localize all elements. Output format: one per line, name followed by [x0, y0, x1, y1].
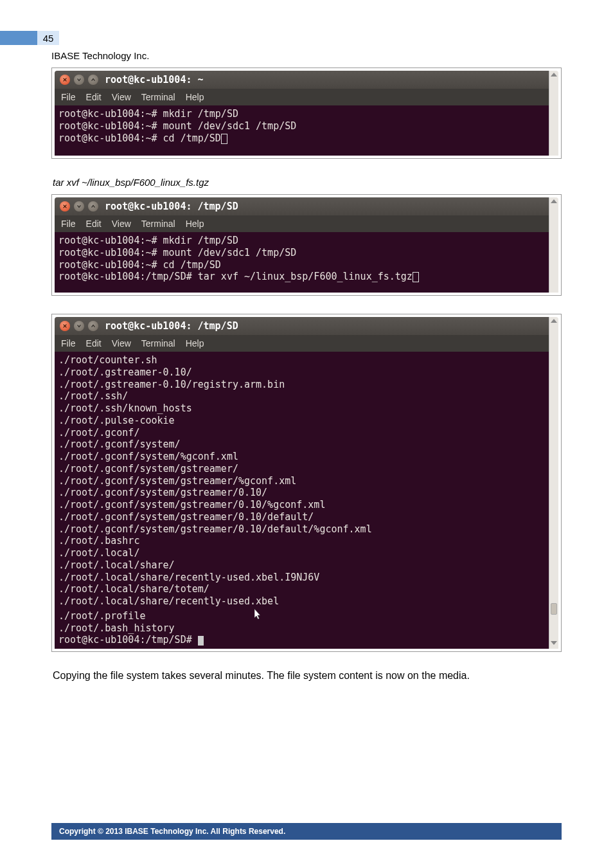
terminal-scrollbar[interactable] [549, 71, 558, 156]
page-number: 45 [37, 31, 59, 45]
terminal-cursor [198, 636, 204, 646]
terminal-title: root@kc-ub1004: ~ [105, 74, 204, 86]
menu-edit[interactable]: Edit [86, 92, 102, 102]
terminal-titlebar[interactable]: root@kc-ub1004: /tmp/SD [55, 197, 549, 215]
terminal-cursor [413, 272, 419, 282]
mouse-cursor-icon [254, 609, 262, 624]
page-number-indicator: 45 [0, 31, 59, 45]
menu-file[interactable]: File [61, 92, 76, 102]
command-caption: tar xvf ~/linux_bsp/F600_linux_fs.tgz [53, 177, 562, 188]
scroll-up-icon[interactable] [551, 319, 557, 323]
close-icon[interactable] [60, 75, 70, 85]
terminal-menubar: File Edit View Terminal Help [55, 89, 549, 105]
terminal-body[interactable]: root@kc-ub1004:~# mkdir /tmp/SD root@kc-… [55, 105, 549, 156]
scroll-down-icon[interactable] [551, 641, 557, 645]
menu-view[interactable]: View [112, 338, 131, 348]
menu-help[interactable]: Help [186, 338, 204, 348]
maximize-icon[interactable] [88, 321, 98, 331]
minimize-icon[interactable] [74, 321, 84, 331]
terminal-menubar: File Edit View Terminal Help [55, 215, 549, 232]
menu-view[interactable]: View [112, 219, 131, 229]
scroll-up-icon[interactable] [551, 73, 557, 77]
terminal-titlebar[interactable]: root@kc-ub1004: /tmp/SD [55, 317, 549, 335]
menu-terminal[interactable]: Terminal [141, 338, 175, 348]
terminal-body[interactable]: root@kc-ub1004:~# mkdir /tmp/SD root@kc-… [55, 232, 549, 293]
terminal-title: root@kc-ub1004: /tmp/SD [105, 201, 238, 212]
maximize-icon[interactable] [88, 201, 98, 212]
scroll-up-icon[interactable] [551, 199, 557, 203]
terminal-screenshot-3: root@kc-ub1004: /tmp/SD File Edit View T… [51, 314, 562, 652]
terminal-scrollbar[interactable] [549, 317, 558, 649]
terminal-title: root@kc-ub1004: /tmp/SD [105, 320, 238, 332]
minimize-icon[interactable] [74, 201, 84, 212]
close-icon[interactable] [60, 201, 70, 212]
footer-copyright: Copyright © 2013 IBASE Technology Inc. A… [51, 823, 562, 840]
maximize-icon[interactable] [88, 75, 98, 85]
company-name: IBASE Technology Inc. [51, 50, 562, 61]
terminal-screenshot-1: root@kc-ub1004: ~ File Edit View Termina… [51, 68, 562, 159]
menu-file[interactable]: File [61, 338, 76, 348]
menu-file[interactable]: File [61, 219, 76, 229]
terminal-menubar: File Edit View Terminal Help [55, 335, 549, 352]
terminal-cursor [221, 134, 227, 144]
body-paragraph: Copying the file system takes several mi… [53, 670, 560, 682]
menu-terminal[interactable]: Terminal [141, 219, 175, 229]
menu-terminal[interactable]: Terminal [141, 92, 175, 102]
menu-help[interactable]: Help [186, 92, 204, 102]
menu-edit[interactable]: Edit [86, 338, 102, 348]
terminal-screenshot-2: root@kc-ub1004: /tmp/SD File Edit View T… [51, 194, 562, 296]
terminal-scrollbar[interactable] [549, 197, 558, 293]
terminal-body[interactable]: ./root/counter.sh ./root/.gstreamer-0.10… [55, 352, 549, 649]
terminal-titlebar[interactable]: root@kc-ub1004: ~ [55, 71, 549, 89]
minimize-icon[interactable] [74, 75, 84, 85]
menu-edit[interactable]: Edit [86, 219, 102, 229]
menu-view[interactable]: View [112, 92, 131, 102]
scroll-thumb[interactable] [551, 603, 557, 615]
menu-help[interactable]: Help [186, 219, 204, 229]
close-icon[interactable] [60, 321, 70, 331]
